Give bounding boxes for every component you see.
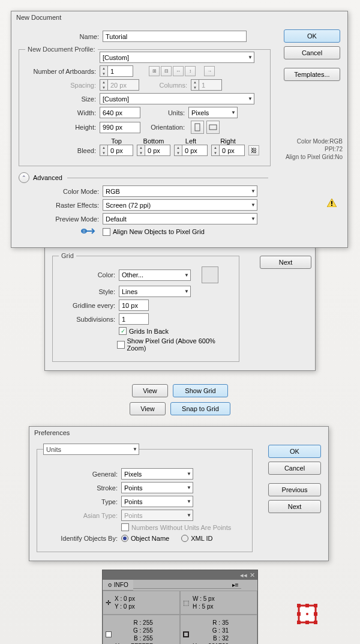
arrange-grid-row-icon[interactable]: ⊞: [149, 66, 160, 76]
panel-menu-icon[interactable]: ▸≡: [232, 582, 241, 588]
bleed-left-stepper[interactable]: ▲▼: [174, 145, 208, 156]
svg-rect-1: [331, 205, 332, 206]
preview-dropdown[interactable]: Default▼: [103, 213, 257, 224]
grid-preferences-panel: Next Grid Color: Other...▼ Style: Lines▼…: [44, 245, 316, 371]
units-value: Pixels: [191, 109, 209, 116]
prefs-section-dropdown[interactable]: Units ▼: [43, 444, 139, 455]
view-menu-button[interactable]: View: [132, 384, 168, 397]
align-pixel-grid-checkbox[interactable]: [103, 228, 110, 236]
colormode-dropdown[interactable]: RGB▼: [103, 185, 257, 197]
subdivisions-input[interactable]: [119, 313, 149, 325]
grid-color-swatch[interactable]: [202, 266, 218, 283]
xml-id-radio[interactable]: [181, 535, 188, 542]
units-label: Units:: [140, 109, 188, 116]
svg-rect-2: [195, 124, 200, 131]
type-label: Type:: [43, 498, 121, 505]
warning-icon: [327, 199, 337, 207]
prefs-previous-button[interactable]: Previous: [268, 483, 321, 496]
collapse-icon[interactable]: ◂◂: [240, 571, 247, 579]
grids-in-back-checkbox[interactable]: ✓: [119, 327, 127, 335]
svg-point-14: [306, 613, 308, 615]
asian-type-dropdown: Points▼: [121, 510, 193, 521]
width-input[interactable]: [100, 107, 140, 118]
arrange-grid-col-icon[interactable]: ⊟: [161, 66, 172, 76]
bleed-right-input[interactable]: [220, 145, 245, 156]
name-input[interactable]: [103, 31, 247, 42]
document-summary: Color Mode:RGB PPI:72 Align to Pixel Gri…: [283, 137, 343, 161]
view-menu-button-2[interactable]: View: [130, 402, 166, 415]
chevron-down-icon: ▼: [187, 471, 191, 477]
align-pixel-grid-label: Align New Objects to Pixel Grid: [113, 228, 205, 235]
svg-rect-3: [209, 125, 217, 130]
arrange-col-icon[interactable]: ↕: [185, 66, 196, 76]
columns-label: Columns:: [139, 82, 191, 89]
svg-rect-11: [305, 621, 309, 624]
show-grid-button[interactable]: Show Grid: [173, 384, 228, 397]
chevron-down-icon: ▼: [251, 202, 256, 208]
orientation-landscape-icon[interactable]: [206, 121, 220, 134]
type-dropdown[interactable]: Points▼: [121, 496, 193, 507]
prefs-next-button[interactable]: Next: [268, 500, 321, 513]
size-dropdown[interactable]: [Custom]▼: [100, 93, 254, 104]
summary-ppi: PPI:72: [283, 145, 343, 153]
cancel-button[interactable]: Cancel: [284, 46, 340, 59]
object-name-radio[interactable]: [121, 535, 128, 542]
artwork-preview-icon: [295, 602, 319, 626]
general-value: Pixels: [124, 471, 142, 478]
ok-button[interactable]: OK: [284, 29, 340, 43]
advanced-toggle-icon[interactable]: ⌃: [19, 172, 29, 183]
chevron-down-icon: ▼: [187, 513, 191, 518]
w-label: W :: [193, 595, 202, 602]
prefs-ok-button[interactable]: OK: [268, 445, 321, 458]
units-dropdown[interactable]: Pixels▼: [188, 107, 238, 118]
summary-colormode: Color Mode:RGB: [283, 137, 343, 145]
grid-color-dropdown[interactable]: Other...▼: [119, 269, 191, 281]
general-label: General:: [43, 471, 121, 478]
grid-style-label: Style:: [59, 288, 119, 295]
snap-to-grid-button[interactable]: Snap to Grid: [170, 402, 230, 415]
artboard-arrangement-icons[interactable]: ⊞ ⊟ ↔ ↕: [149, 66, 196, 76]
width-label: Width:: [25, 109, 100, 116]
raster-dropdown[interactable]: Screen (72 ppi)▼: [103, 199, 257, 211]
height-input[interactable]: [100, 122, 140, 133]
gridline-input[interactable]: [119, 299, 149, 311]
templates-button[interactable]: Templates...: [284, 68, 340, 81]
link-bleed-icon[interactable]: ⛓: [248, 145, 259, 155]
grid-style-dropdown[interactable]: Lines▼: [119, 286, 191, 297]
bleed-top-input[interactable]: [108, 145, 133, 156]
grid-legend: Grid: [59, 252, 76, 259]
prefs-cancel-button[interactable]: Cancel: [268, 462, 321, 475]
gridline-label: Gridline every:: [59, 302, 119, 309]
info-panel-bar[interactable]: ◂◂ ✕: [103, 570, 257, 580]
svg-rect-10: [305, 604, 309, 607]
bleed-left-input[interactable]: [182, 145, 208, 156]
stroke-swatch-icon: [183, 631, 189, 637]
close-icon[interactable]: ✕: [250, 571, 255, 579]
bleed-left-label: Left: [174, 137, 208, 145]
prefs-section-value: Units: [46, 446, 61, 453]
bleed-top-stepper[interactable]: ▲▼: [100, 145, 133, 156]
orientation-portrait-icon[interactable]: [191, 121, 204, 134]
artboards-stepper[interactable]: ▲▼: [100, 65, 133, 77]
bleed-right-stepper[interactable]: ▲▼: [211, 145, 245, 156]
next-button[interactable]: Next: [260, 256, 311, 269]
bleed-top-label: Top: [100, 137, 133, 145]
bleed-bottom-input[interactable]: [145, 145, 170, 156]
info-tab[interactable]: ≎ INFO: [103, 580, 133, 591]
artboards-input[interactable]: [108, 65, 133, 77]
stroke-value: Points: [124, 484, 143, 492]
arrange-row-icon[interactable]: ↔: [173, 66, 184, 76]
new-document-dialog: New Document OK Cancel Templates... Colo…: [11, 11, 348, 248]
general-dropdown[interactable]: Pixels▼: [121, 468, 193, 480]
bleed-bottom-stepper[interactable]: ▲▼: [137, 145, 170, 156]
arrange-rtl-icon[interactable]: →: [204, 66, 215, 76]
summary-pixelgrid: Align to Pixel Grid:No: [283, 153, 343, 161]
show-pixel-grid-checkbox[interactable]: [117, 341, 125, 349]
xml-id-label: XML ID: [191, 535, 212, 542]
raster-label: Raster Effects:: [19, 202, 103, 209]
stroke-dropdown[interactable]: Points▼: [121, 482, 193, 493]
asian-type-value: Points: [124, 512, 143, 519]
preferences-title: Preferences: [29, 427, 328, 439]
fill-g: G : 255: [115, 627, 153, 634]
profile-dropdown[interactable]: [Custom]▼: [100, 52, 254, 63]
